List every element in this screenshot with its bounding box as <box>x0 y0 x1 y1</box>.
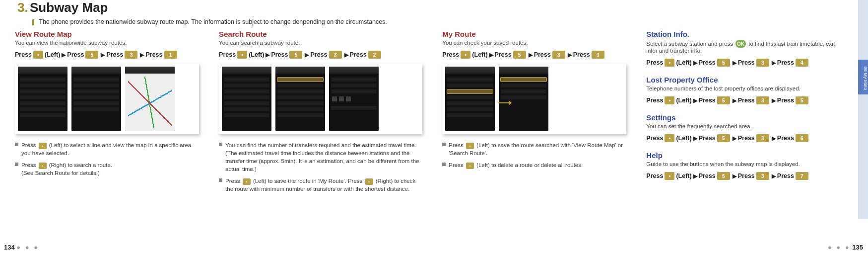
key-4-icon: 4 <box>796 59 808 67</box>
key-3-icon: 3 <box>125 51 137 59</box>
left-label: (Left) <box>676 59 691 66</box>
left-label: (Left) <box>249 51 264 58</box>
phone-screenshot <box>71 67 121 131</box>
page-spread: 3. Subway Map The phone provides the nat… <box>0 0 868 253</box>
note-item: Press • (Left) to save the route in 'My … <box>219 177 422 193</box>
phone-screenshot-map <box>125 67 175 131</box>
col-search-route: Search Route You can search a subway rou… <box>219 30 422 253</box>
bullet-icon <box>15 143 18 146</box>
arrow-icon: ▶ <box>529 52 533 58</box>
key-5-icon: 5 <box>717 59 730 67</box>
section-subtitle: Telephone numbers of the lost property o… <box>646 85 840 91</box>
arrow-icon: ▶ <box>568 52 572 58</box>
arrow-icon: ▶ <box>140 52 144 58</box>
bullet-icon <box>442 143 446 146</box>
left-label: (Left) <box>676 135 691 142</box>
key-5-icon: 5 <box>796 96 808 104</box>
page-number-left: 134 ● ● ● <box>4 244 39 251</box>
phone-screenshot <box>222 67 271 131</box>
press-label: Press <box>646 135 663 142</box>
softkey-icon: • <box>461 51 470 59</box>
note-item: Press • (Left) to delete a route or dele… <box>442 161 626 169</box>
arrow-icon: ▶ <box>344 52 348 58</box>
section-number: 3. <box>17 0 28 15</box>
note-text: You can find the number of transfers req… <box>225 141 422 173</box>
key-3-icon: 3 <box>756 172 769 180</box>
press-label: Press <box>646 59 663 66</box>
arrow-icon: ▶ <box>693 97 697 104</box>
press-label: Press <box>738 59 755 66</box>
section-title: Station Info. <box>646 30 840 38</box>
softkey-icon: • <box>466 143 474 149</box>
section-title: Help <box>646 151 840 160</box>
section-subtitle: You can check your saved routes. <box>442 40 626 46</box>
press-label: Press <box>15 51 32 58</box>
softkey-icon: • <box>365 178 373 185</box>
note-item: Press • (Right) to search a route.(See S… <box>15 161 199 177</box>
arrow-link-icon <box>498 100 512 105</box>
group-lost-property: Lost Property Office Telephone numbers o… <box>646 76 840 104</box>
col-view-route-map: View Route Map You can view the nationwi… <box>15 30 199 253</box>
left-label: (Left) <box>676 172 691 179</box>
softkey-icon: • <box>665 134 674 142</box>
section-subtitle: You can view the nationwide subway route… <box>15 40 199 46</box>
press-sequence: Press • (Left) ▶ Press 5 ▶ Press 3 ▶ Pre… <box>646 172 840 180</box>
arrow-icon: ▶ <box>733 173 736 179</box>
bullet-icon <box>15 163 18 166</box>
section-subtitle: You can search a subway route. <box>219 40 422 46</box>
press-label: Press <box>219 51 236 58</box>
section-title: My Route <box>442 30 626 38</box>
key-5-icon: 5 <box>717 172 730 180</box>
key-5-icon: 5 <box>717 96 730 104</box>
softkey-icon: • <box>33 51 43 59</box>
note-item: You can find the number of transfers req… <box>219 141 422 173</box>
arrow-icon: ▶ <box>693 135 697 142</box>
arrow-icon: ▶ <box>772 173 776 179</box>
press-label: Press <box>738 172 755 179</box>
press-label: Press <box>442 51 459 58</box>
section-title: Settings <box>646 113 840 122</box>
softkey-icon: • <box>39 143 47 149</box>
press-label: Press <box>573 51 590 58</box>
dots-icon: ● ● ● <box>16 244 39 251</box>
group-help: Help Guide to use the buttons when the s… <box>646 151 840 180</box>
key-5-icon: 5 <box>289 51 302 59</box>
press-label: Press <box>310 51 327 58</box>
intro-bar-icon <box>32 19 34 25</box>
phone-screenshot <box>499 67 548 131</box>
group-station-info: Station Info. Select a subway station an… <box>646 30 840 67</box>
chapter-sidebar: 08 My Moto <box>858 0 868 219</box>
press-label: Press <box>699 97 716 104</box>
press-label: Press <box>271 51 288 58</box>
page-title: Subway Map <box>30 0 108 15</box>
section-title: Lost Property Office <box>646 76 840 84</box>
press-label: Press <box>699 172 716 179</box>
press-sequence: Press • (Left) ▶ Press 5 ▶ Press 3 ▶ Pre… <box>442 51 626 59</box>
screenshot-group <box>219 64 422 134</box>
screenshot-group <box>442 64 626 134</box>
press-label: Press <box>777 172 794 179</box>
press-label: Press <box>777 59 794 66</box>
press-label: Press <box>145 51 162 58</box>
softkey-icon: • <box>665 172 674 180</box>
key-6-icon: 6 <box>796 134 808 142</box>
key-5-icon: 5 <box>513 51 526 59</box>
bullet-icon <box>219 178 222 182</box>
section-subtitle: Guide to use the buttons when the subway… <box>646 161 840 167</box>
press-sequence: Press • (Left) ▶ Press 5 ▶ Press 3 ▶ Pre… <box>219 51 422 59</box>
arrow-icon: ▶ <box>772 60 776 66</box>
softkey-icon: • <box>243 178 251 185</box>
press-sequence: Press • (Left) ▶ Press 5 ▶ Press 3 ▶ Pre… <box>646 134 840 142</box>
screenshot-group <box>15 64 199 134</box>
note-item: Press • (Left) to select a line and view… <box>15 141 199 157</box>
arrow-icon: ▶ <box>733 60 736 66</box>
arrow-icon: ▶ <box>489 52 493 58</box>
arrow-icon: ▶ <box>693 173 697 179</box>
softkey-icon: • <box>665 96 674 104</box>
page-number: 134 <box>4 244 15 251</box>
section-subtitle: You can set the frequently searched area… <box>646 123 840 129</box>
press-sequence: Press • (Left) ▶ Press 5 ▶ Press 3 ▶ Pre… <box>646 96 840 104</box>
press-label: Press <box>699 135 716 142</box>
press-label: Press <box>738 135 755 142</box>
softkey-icon: • <box>39 163 47 169</box>
